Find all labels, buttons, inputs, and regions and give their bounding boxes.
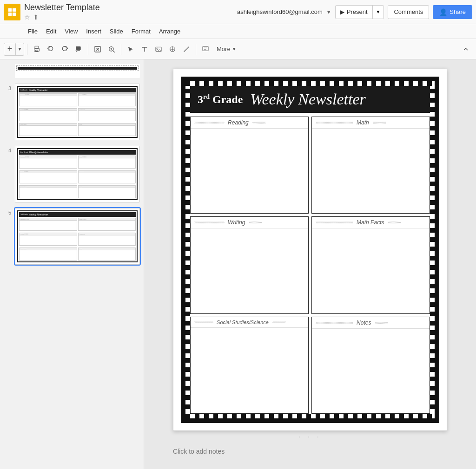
title-icons: ☆ ⬆ — [24, 13, 100, 21]
separator-3 — [121, 44, 121, 55]
app-icon — [4, 4, 20, 20]
paint-format-button[interactable] — [72, 43, 85, 56]
slide-item-3[interactable]: 3 1st Grade Weekly Newsletter Reading ≪≪… — [4, 84, 140, 140]
image-tool[interactable] — [152, 43, 165, 56]
newsletter-title-bar: 3rd Grade Weekly Newsletter — [190, 86, 430, 113]
thumb4-title: Weekly Newsletter — [29, 151, 48, 154]
reading-arrows-left: »»»»»»»»»»»»»»»» — [194, 120, 224, 125]
top-right-actions: ashleighswinford60@gmail.com ▼ ▶ Present… — [237, 5, 472, 19]
social-arrows-right: ««««««« — [272, 320, 285, 325]
cell-math-facts-body[interactable] — [312, 228, 430, 313]
cell-social-studies-header: »»»»»»»»»» Social Studies/Science ««««««… — [191, 317, 308, 328]
more-chevron-icon: ▼ — [232, 46, 237, 52]
separator-2 — [88, 44, 88, 55]
thumb5-grade: 3rd Grade — [20, 214, 28, 215]
print-button[interactable] — [30, 43, 43, 56]
collapse-toolbar-button[interactable] — [459, 43, 472, 56]
main-content: 3 1st Grade Weekly Newsletter Reading ≪≪… — [0, 59, 476, 469]
present-main-button[interactable]: ▶ Present — [336, 6, 373, 19]
slide-thumb-4[interactable]: 2nd Grade Weekly Newsletter Reading ≪≪≪ … — [15, 146, 140, 202]
line-tool[interactable] — [180, 43, 193, 56]
cell-writing-body[interactable] — [191, 228, 308, 313]
cell-math[interactable]: »»»»»»»»»»»»»»»»»»»» Math ««««««« — [311, 117, 430, 214]
newsletter-weekly: Weekly — [250, 91, 294, 108]
cell-writing[interactable]: »»»»»»»»»»»»»»»» Writing ««««««« — [190, 216, 309, 313]
cursor-tool[interactable] — [124, 43, 137, 56]
menu-file[interactable]: File — [24, 26, 41, 37]
cell-reading-header: »»»»»»»»»»»»»»»» Reading ««««««« — [191, 117, 308, 129]
svg-line-20 — [184, 46, 189, 52]
zoom-button[interactable] — [105, 43, 118, 56]
newsletter-word: Newsletter — [298, 91, 365, 108]
slides-panel: 3 1st Grade Weekly Newsletter Reading ≪≪… — [0, 59, 144, 469]
redo-button[interactable] — [58, 43, 71, 56]
math-arrows-left: »»»»»»»»»»»»»»»»»»»» — [316, 120, 353, 125]
slide-thumb-5[interactable]: 3rd Grade Weekly Newsletter Reading ≪≪≪ … — [15, 208, 140, 265]
math-facts-label: Math Facts — [357, 219, 384, 226]
drive-icon[interactable]: ⬆ — [33, 13, 39, 21]
svg-line-12 — [113, 50, 115, 52]
zoom-fit-button[interactable] — [91, 43, 104, 56]
notes-arrows-left: »»»»»»»»»»»»»»»»»»»» — [316, 320, 353, 325]
cell-reading[interactable]: »»»»»»»»»»»»»»»» Reading ««««««« — [190, 117, 309, 214]
slide-thumb-partial[interactable] — [15, 64, 140, 78]
menu-insert[interactable]: Insert — [82, 26, 105, 37]
notes-label: Notes — [357, 319, 371, 326]
svg-rect-0 — [8, 8, 12, 11]
title-area: Newsletter Template ☆ ⬆ — [24, 3, 100, 21]
slide-item-5[interactable]: 5 3rd Grade Weekly Newsletter Reading ≪≪… — [4, 208, 140, 265]
thumb3-title: Weekly Newsletter — [28, 89, 47, 91]
reading-arrows-right: ««««««« — [252, 120, 265, 125]
cell-notes[interactable]: »»»»»»»»»»»»»»»»»»»» Notes ««««««« — [311, 317, 430, 414]
comments-button[interactable]: Comments — [388, 5, 429, 19]
canvas-separator: · · · — [298, 431, 321, 442]
cell-notes-header: »»»»»»»»»»»»»»»»»»»» Notes ««««««« — [312, 317, 430, 329]
shape-tool[interactable] — [166, 43, 179, 56]
slide-canvas[interactable]: 3rd Grade Weekly Newsletter »»»»»»»»»»»»… — [173, 69, 447, 431]
mathfacts-arrows-right: ««««««« — [388, 220, 401, 225]
comments-inline-button[interactable] — [199, 43, 212, 56]
cell-math-body[interactable] — [312, 129, 430, 213]
dropdown-icon: ▼ — [326, 9, 331, 15]
menu-slide[interactable]: Slide — [106, 26, 127, 37]
slide-item-partial[interactable] — [4, 64, 140, 78]
menu-view[interactable]: View — [61, 26, 81, 37]
menu-format[interactable]: Format — [128, 26, 154, 37]
cell-math-facts[interactable]: »»»»»»»»»»»»»»»»»»»» Math Facts ««««««« — [311, 216, 430, 313]
more-button[interactable]: More ▼ — [213, 43, 240, 56]
reading-label: Reading — [228, 119, 249, 126]
present-chevron-icon: ▼ — [376, 9, 381, 14]
cell-notes-body[interactable] — [312, 329, 430, 413]
star-icon[interactable]: ☆ — [24, 13, 30, 21]
canvas-area[interactable]: 3rd Grade Weekly Newsletter »»»»»»»»»»»»… — [144, 59, 476, 469]
slide-item-4[interactable]: 4 2nd Grade Weekly Newsletter Reading ≪≪… — [4, 146, 140, 202]
menu-edit[interactable]: Edit — [42, 26, 60, 37]
cell-social-studies-body[interactable] — [191, 328, 308, 413]
writing-label: Writing — [228, 219, 245, 226]
thumb3-grade: 1st Grade — [20, 89, 27, 91]
social-arrows-left: »»»»»»»»»» — [194, 320, 213, 325]
notes-arrows-right: ««««««« — [375, 320, 388, 325]
math-label: Math — [357, 119, 369, 126]
present-dropdown-button[interactable]: ▼ — [373, 6, 384, 19]
add-slide-group: + ▼ — [4, 43, 24, 56]
svg-rect-1 — [13, 8, 16, 11]
cell-math-header: »»»»»»»»»»»»»»»»»»»» Math ««««««« — [312, 117, 430, 129]
slide-thumb-3[interactable]: 1st Grade Weekly Newsletter Reading ≪≪≪ … — [15, 84, 140, 140]
add-dropdown-button[interactable]: ▼ — [15, 43, 24, 56]
cell-reading-body[interactable] — [191, 129, 308, 213]
social-studies-label: Social Studies/Science — [217, 319, 269, 325]
user-email: ashleighswinford60@gmail.com — [237, 8, 323, 15]
cell-social-studies[interactable]: »»»»»»»»»» Social Studies/Science ««««««… — [190, 317, 309, 414]
share-button[interactable]: 👤 Share — [433, 5, 472, 19]
present-label: Present — [347, 8, 368, 15]
svg-rect-3 — [13, 12, 16, 15]
add-button[interactable]: + — [4, 43, 15, 56]
text-tool[interactable] — [138, 43, 151, 56]
notes-area[interactable]: Click to add notes — [173, 442, 447, 461]
undo-button[interactable] — [44, 43, 57, 56]
menu-arrange[interactable]: Arrange — [155, 26, 184, 37]
menu-bar: File Edit View Insert Slide Format Arran… — [0, 24, 476, 39]
notes-placeholder: Click to add notes — [173, 448, 225, 455]
writing-arrows-right: ««««««« — [249, 220, 262, 225]
